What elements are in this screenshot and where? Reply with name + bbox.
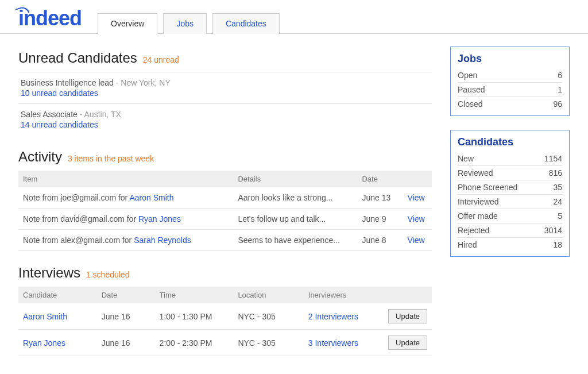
- col-interviewers: Inerviewers: [304, 287, 382, 303]
- unread-item-location: - New York, NY: [116, 78, 171, 87]
- tab-candidates[interactable]: Candidates: [212, 13, 280, 34]
- panel-row[interactable]: New1154: [458, 152, 562, 166]
- interview-candidate-link[interactable]: Aaron Smith: [23, 312, 67, 321]
- unread-item-name: Business Intelligence lead: [21, 78, 114, 87]
- content: Unread Candidates 24 unread Business Int…: [0, 34, 588, 374]
- col-location: Location: [233, 287, 303, 303]
- activity-date: June 8: [357, 230, 403, 251]
- tab-jobs[interactable]: Jobs: [163, 13, 207, 34]
- interviews-sub: 1 scheduled: [86, 270, 130, 279]
- interview-row: Ryan Jones June 16 2:00 - 2:30 PM NYC - …: [18, 330, 432, 356]
- interview-location: NYC - 305: [233, 303, 303, 330]
- activity-section: Activity 3 items in the past week Item D…: [18, 149, 432, 251]
- unread-item: Sales Associate - Austin, TX 14 unread c…: [18, 103, 432, 135]
- panel-row[interactable]: Phone Screened35: [458, 180, 562, 195]
- tab-overview[interactable]: Overview: [98, 13, 157, 34]
- activity-item: Note from david@gmail.com for Ryan Jones: [18, 209, 233, 230]
- col-details: Details: [233, 171, 357, 187]
- unread-item-title: Business Intelligence lead - New York, N…: [21, 78, 430, 87]
- activity-heading: Activity: [18, 149, 62, 165]
- activity-date: June 9: [357, 209, 403, 230]
- col-time: Time: [155, 287, 234, 303]
- activity-view-link[interactable]: View: [408, 193, 425, 202]
- candidates-panel: Candidates New1154 Reviewed816 Phone Scr…: [450, 130, 570, 257]
- logo[interactable]: indeed: [18, 8, 82, 33]
- activity-view-link[interactable]: View: [408, 214, 425, 223]
- panel-row[interactable]: Offer made5: [458, 209, 562, 223]
- interview-date: June 16: [97, 303, 155, 330]
- unread-heading: Unread Candidates: [18, 50, 137, 66]
- activity-row: Note from alex@gmail.com for Sarah Reyno…: [18, 230, 432, 251]
- unread-section: Unread Candidates 24 unread Business Int…: [18, 50, 432, 135]
- activity-item: Note from alex@gmail.com for Sarah Reyno…: [18, 230, 233, 251]
- interviews-heading: Interviews: [18, 265, 80, 281]
- header: indeed Overview Jobs Candidates: [0, 0, 588, 34]
- interview-date: June 16: [97, 330, 155, 356]
- candidates-panel-heading: Candidates: [458, 136, 562, 148]
- panel-row[interactable]: Rejected3014: [458, 223, 562, 238]
- unread-item-name: Sales Associate: [21, 110, 78, 119]
- col-spacer: [403, 171, 432, 187]
- jobs-panel-heading: Jobs: [458, 53, 562, 65]
- interview-row: Aaron Smith June 16 1:00 - 1:30 PM NYC -…: [18, 303, 432, 330]
- col-spacer: [382, 287, 432, 303]
- panel-row[interactable]: Interviewed24: [458, 195, 562, 209]
- panel-row[interactable]: Paused1: [458, 83, 562, 97]
- panel-row[interactable]: Open6: [458, 68, 562, 83]
- panel-row[interactable]: Reviewed816: [458, 166, 562, 180]
- activity-who-link[interactable]: Sarah Reynolds: [134, 236, 191, 245]
- col-date: Date: [97, 287, 155, 303]
- activity-date: June 13: [357, 187, 403, 209]
- activity-details: Aaron looks like a strong...: [233, 187, 357, 209]
- interview-interviewers-link[interactable]: 3 Interviewers: [308, 338, 358, 348]
- activity-sub: 3 items in the past week: [68, 154, 154, 163]
- sidebar: Jobs Open6 Paused1 Closed96 Candidates N…: [450, 43, 570, 356]
- panel-row[interactable]: Hired18: [458, 238, 562, 252]
- col-date: Date: [357, 171, 403, 187]
- activity-view-link[interactable]: View: [408, 236, 425, 245]
- activity-row: Note from david@gmail.com for Ryan Jones…: [18, 209, 432, 230]
- unread-item-link[interactable]: 14 unread candidates: [21, 120, 430, 129]
- jobs-panel: Jobs Open6 Paused1 Closed96: [450, 47, 570, 116]
- interviews-section: Interviews 1 scheduled Candidate Date Ti…: [18, 265, 432, 356]
- unread-sub: 24 unread: [143, 55, 179, 64]
- tabs: Overview Jobs Candidates: [98, 13, 280, 33]
- interview-location: NYC - 305: [233, 330, 303, 356]
- interview-time: 2:00 - 2:30 PM: [155, 330, 234, 356]
- activity-who-link[interactable]: Ryan Jones: [138, 214, 181, 223]
- unread-item: Business Intelligence lead - New York, N…: [18, 72, 432, 103]
- activity-item: Note from joe@gmail.com for Aaron Smith: [18, 187, 233, 209]
- activity-table: Item Details Date Note from joe@gmail.co…: [18, 171, 432, 251]
- panel-row[interactable]: Closed96: [458, 97, 562, 111]
- unread-item-location: - Austin, TX: [80, 110, 121, 119]
- interview-candidate-link[interactable]: Ryan Jones: [23, 338, 65, 348]
- interview-interviewers-link[interactable]: 2 Interviewers: [308, 312, 358, 321]
- col-item: Item: [18, 171, 233, 187]
- activity-row: Note from joe@gmail.com for Aaron Smith …: [18, 187, 432, 209]
- unread-item-link[interactable]: 10 unread candidates: [21, 88, 430, 98]
- main: Unread Candidates 24 unread Business Int…: [18, 43, 432, 356]
- activity-details: Seems to have experience...: [233, 230, 357, 251]
- interview-time: 1:00 - 1:30 PM: [155, 303, 234, 330]
- update-button[interactable]: Update: [388, 336, 427, 350]
- interviews-table: Candidate Date Time Location Inerviewers…: [18, 287, 432, 356]
- activity-details: Let's follow up and talk...: [233, 209, 357, 230]
- activity-who-link[interactable]: Aaron Smith: [129, 193, 173, 202]
- update-button[interactable]: Update: [388, 309, 427, 323]
- unread-item-title: Sales Associate - Austin, TX: [21, 110, 430, 119]
- col-candidate: Candidate: [18, 287, 97, 303]
